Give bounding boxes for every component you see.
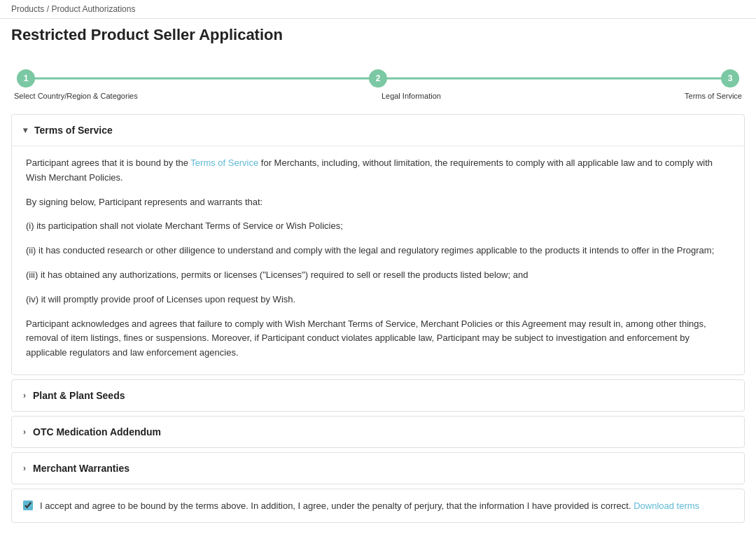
accordion-header-otc-medication[interactable]: › OTC Medication Addendum xyxy=(12,416,744,447)
breadcrumb-current: Product Authorizations xyxy=(51,4,135,14)
tos-para7: Participant acknowledges and agrees that… xyxy=(26,317,730,360)
tos-para5: (iii) it has obtained any authorizations… xyxy=(26,268,730,283)
accordion-terms-of-service: ▾ Terms of Service Participant agrees th… xyxy=(11,114,745,375)
stepper-steps: 1 2 3 xyxy=(17,69,739,88)
tos-para2: By signing below, Participant represents… xyxy=(26,195,730,210)
breadcrumb: Products / Product Authorizations xyxy=(11,4,745,14)
breadcrumb-products-link[interactable]: Products xyxy=(11,4,44,14)
chevron-merchant-warranties: › xyxy=(23,463,26,473)
chevron-terms-of-service: ▾ xyxy=(23,125,27,135)
tos-para1: Participant agrees that it is bound by t… xyxy=(26,156,730,186)
step-circle-3: 3 xyxy=(721,69,739,88)
stepper-step-3: 3 xyxy=(721,69,739,88)
accordion-merchant-warranties: › Merchant Warranties xyxy=(11,452,745,484)
step-label-3: Terms of Service xyxy=(685,92,742,100)
content-area: ▾ Terms of Service Participant agrees th… xyxy=(0,107,756,539)
accordion-header-terms-of-service[interactable]: ▾ Terms of Service xyxy=(12,115,744,146)
checkbox-acceptance-row: I accept and agree to be bound by the te… xyxy=(11,489,745,524)
chevron-plant-seeds: › xyxy=(23,391,26,400)
step-label-2: Legal Information xyxy=(382,92,441,100)
stepper-step-2: 2 xyxy=(369,69,387,88)
page-wrapper: Products / Product Authorizations Restri… xyxy=(0,0,756,539)
accordion-body-terms-of-service: Participant agrees that it is bound by t… xyxy=(12,146,744,374)
step-label-1: Select Country/Region & Categories xyxy=(14,92,138,100)
accordion-header-merchant-warranties[interactable]: › Merchant Warranties xyxy=(12,453,744,484)
tos-para6: (iv) it will promptly provide proof of L… xyxy=(26,293,730,307)
stepper-step-1: 1 xyxy=(17,69,35,88)
acceptance-checkbox[interactable] xyxy=(23,500,33,510)
chevron-otc-medication: › xyxy=(23,427,26,437)
stepper: 1 2 3 Select Country/Region & Categories… xyxy=(0,55,756,107)
stepper-track: 1 2 3 xyxy=(17,69,739,88)
section-title-plant-seeds: Plant & Plant Seeds xyxy=(33,390,125,401)
section-title-merchant-warranties: Merchant Warranties xyxy=(33,463,130,474)
acceptance-label[interactable]: I accept and agree to be bound by the te… xyxy=(40,499,699,513)
top-bar: Products / Product Authorizations xyxy=(0,0,756,19)
step-circle-1: 1 xyxy=(17,69,35,88)
section-title-terms-of-service: Terms of Service xyxy=(34,125,113,136)
tos-link[interactable]: Terms of Service xyxy=(190,158,258,168)
tos-para4: (ii) it has conducted research or other … xyxy=(26,244,730,258)
step-circle-2: 2 xyxy=(369,69,387,88)
accordion-header-plant-seeds[interactable]: › Plant & Plant Seeds xyxy=(12,380,744,411)
accordion-otc-medication: › OTC Medication Addendum xyxy=(11,416,745,448)
breadcrumb-separator: / xyxy=(44,4,51,14)
tos-para1-before-link: Participant agrees that it is bound by t… xyxy=(26,158,190,168)
page-header: Restricted Product Seller Application xyxy=(0,19,756,55)
page-title: Restricted Product Seller Application xyxy=(11,26,745,44)
accordion-plant-seeds: › Plant & Plant Seeds xyxy=(11,379,745,412)
download-terms-link[interactable]: Download terms xyxy=(634,500,699,511)
tos-para3: (i) its participation shall not violate … xyxy=(26,219,730,234)
checkbox-label-before-link: I accept and agree to be bound by the te… xyxy=(40,500,634,511)
section-title-otc-medication: OTC Medication Addendum xyxy=(33,426,161,438)
stepper-labels: Select Country/Region & Categories Legal… xyxy=(11,92,745,100)
